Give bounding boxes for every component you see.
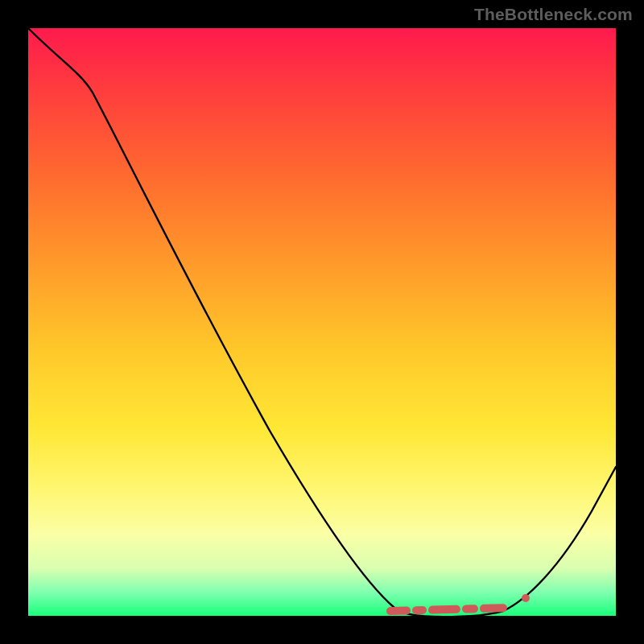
chart-frame: TheBottleneck.com [0,0,644,644]
watermark-text: TheBottleneck.com [474,5,633,24]
bottleneck-curve-svg [28,28,616,616]
plot-area [28,28,616,616]
flat-region-marker [390,608,510,611]
bottleneck-curve-line [28,28,616,617]
marker-dot-right [522,594,530,602]
